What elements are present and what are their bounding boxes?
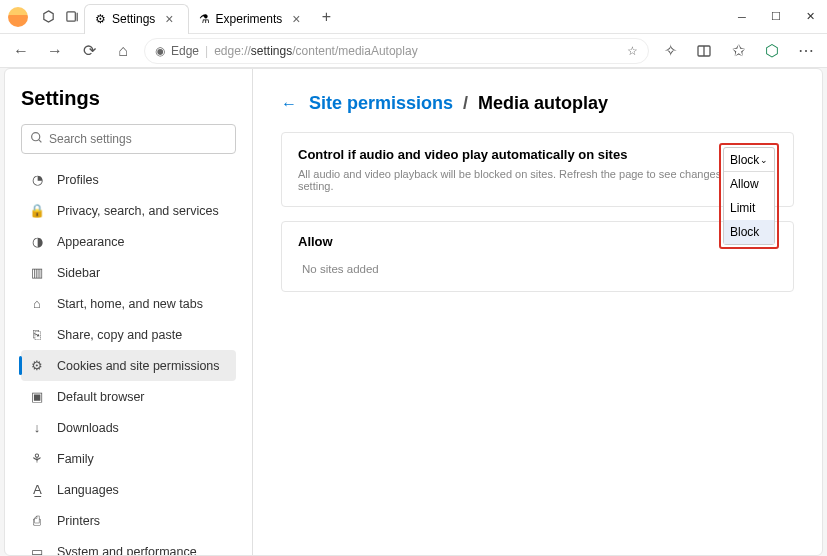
favorites-button[interactable]: ✩ xyxy=(725,38,751,64)
select-current[interactable]: Block ⌄ xyxy=(724,148,774,172)
sidebar-icon: ▥ xyxy=(29,265,45,281)
home-button[interactable]: ⌂ xyxy=(110,38,136,64)
tab-actions-icon[interactable] xyxy=(60,3,84,31)
collections-button[interactable]: ⬡ xyxy=(759,38,785,64)
back-arrow-icon[interactable]: ← xyxy=(281,95,297,113)
appearance-icon: ◑ xyxy=(29,234,45,250)
svg-rect-0 xyxy=(66,12,74,21)
address-bar[interactable]: ◉ Edge | edge://settings/content/mediaAu… xyxy=(144,38,649,64)
window-controls: ─ ☐ ✕ xyxy=(725,0,827,34)
page: Settings ◔Profiles 🔒Privacy, search, and… xyxy=(4,68,823,556)
select-option-limit[interactable]: Limit xyxy=(724,196,774,220)
separator: | xyxy=(205,44,208,58)
brand-label: Edge xyxy=(171,44,199,58)
profile-avatar[interactable] xyxy=(8,7,28,27)
breadcrumb-current: Media autoplay xyxy=(478,93,608,114)
search-box[interactable] xyxy=(21,124,236,154)
page-title: Settings xyxy=(21,87,236,110)
close-icon[interactable]: × xyxy=(288,11,304,27)
language-icon: A̲ xyxy=(29,482,45,498)
refresh-button[interactable]: ⟳ xyxy=(76,38,102,64)
content: ← Site permissions / Media autoplay Cont… xyxy=(253,69,822,555)
select-option-block[interactable]: Block xyxy=(724,220,774,244)
favorite-icon[interactable]: ☆ xyxy=(627,44,638,58)
sidebar-item-sidebar[interactable]: ▥Sidebar xyxy=(21,257,236,288)
url-scheme: edge:// xyxy=(214,44,251,58)
close-icon[interactable]: × xyxy=(161,11,177,27)
autoplay-select-highlight: Block ⌄ Allow Limit Block xyxy=(719,143,779,249)
control-desc: All audio and video playback will be blo… xyxy=(298,168,777,192)
download-icon: ↓ xyxy=(29,420,45,436)
sidebar-item-family[interactable]: ⚘Family xyxy=(21,443,236,474)
workspaces-icon[interactable] xyxy=(36,3,60,31)
sidebar-item-cookies[interactable]: ⚙Cookies and site permissions xyxy=(21,350,236,381)
tab-label: Settings xyxy=(112,12,155,26)
breadcrumb: ← Site permissions / Media autoplay xyxy=(281,93,794,114)
home-icon: ⌂ xyxy=(29,296,45,312)
sidebar-item-share[interactable]: ⎘Share, copy and paste xyxy=(21,319,236,350)
sidebar-item-default-browser[interactable]: ▣Default browser xyxy=(21,381,236,412)
sidebar: Settings ◔Profiles 🔒Privacy, search, and… xyxy=(5,69,253,555)
select-option-allow[interactable]: Allow xyxy=(724,172,774,196)
gear-icon: ⚙ xyxy=(95,12,106,26)
tab-label: Experiments xyxy=(216,12,283,26)
forward-button[interactable]: → xyxy=(42,38,68,64)
profile-icon: ◔ xyxy=(29,172,45,188)
url-path: /content/mediaAutoplay xyxy=(292,44,417,58)
more-button[interactable]: ⋯ xyxy=(793,38,819,64)
close-button[interactable]: ✕ xyxy=(793,0,827,34)
extensions-button[interactable]: ✧ xyxy=(657,38,683,64)
sidebar-item-profiles[interactable]: ◔Profiles xyxy=(21,164,236,195)
split-screen-button[interactable] xyxy=(691,38,717,64)
sidebar-item-languages[interactable]: A̲Languages xyxy=(21,474,236,505)
sidebar-item-appearance[interactable]: ◑Appearance xyxy=(21,226,236,257)
minimize-button[interactable]: ─ xyxy=(725,0,759,34)
chevron-down-icon: ⌄ xyxy=(760,155,768,165)
allow-title: Allow xyxy=(298,234,777,249)
tab-experiments[interactable]: ⚗ Experiments × xyxy=(189,4,315,34)
url-host: settings xyxy=(251,44,292,58)
svg-point-2 xyxy=(32,133,40,141)
sidebar-nav: ◔Profiles 🔒Privacy, search, and services… xyxy=(21,164,236,555)
search-icon xyxy=(30,130,43,148)
share-icon: ⎘ xyxy=(29,327,45,343)
control-title: Control if audio and video play automati… xyxy=(298,147,777,162)
sidebar-item-privacy[interactable]: 🔒Privacy, search, and services xyxy=(21,195,236,226)
browser-icon: ▣ xyxy=(29,389,45,405)
tab-settings[interactable]: ⚙ Settings × xyxy=(84,4,189,34)
cookies-icon: ⚙ xyxy=(29,358,45,374)
breadcrumb-parent[interactable]: Site permissions xyxy=(309,93,453,114)
control-panel: Control if audio and video play automati… xyxy=(281,132,794,207)
printer-icon: ⎙ xyxy=(29,513,45,529)
back-button[interactable]: ← xyxy=(8,38,34,64)
titlebar: ⚙ Settings × ⚗ Experiments × + ─ ☐ ✕ xyxy=(0,0,827,34)
edge-logo-icon: ◉ xyxy=(155,44,165,58)
autoplay-select[interactable]: Block ⌄ Allow Limit Block xyxy=(723,147,775,245)
sidebar-item-system[interactable]: ▭System and performance xyxy=(21,536,236,555)
maximize-button[interactable]: ☐ xyxy=(759,0,793,34)
toolbar: ← → ⟳ ⌂ ◉ Edge | edge://settings/content… xyxy=(0,34,827,68)
sidebar-item-downloads[interactable]: ↓Downloads xyxy=(21,412,236,443)
search-input[interactable] xyxy=(49,132,227,146)
system-icon: ▭ xyxy=(29,544,45,556)
sidebar-item-start[interactable]: ⌂Start, home, and new tabs xyxy=(21,288,236,319)
sidebar-item-printers[interactable]: ⎙Printers xyxy=(21,505,236,536)
family-icon: ⚘ xyxy=(29,451,45,467)
allow-panel: Allow No sites added xyxy=(281,221,794,292)
breadcrumb-sep: / xyxy=(463,93,468,114)
flask-icon: ⚗ xyxy=(199,12,210,26)
allow-empty: No sites added xyxy=(298,263,777,275)
new-tab-button[interactable]: + xyxy=(314,3,338,31)
lock-icon: 🔒 xyxy=(29,203,45,219)
